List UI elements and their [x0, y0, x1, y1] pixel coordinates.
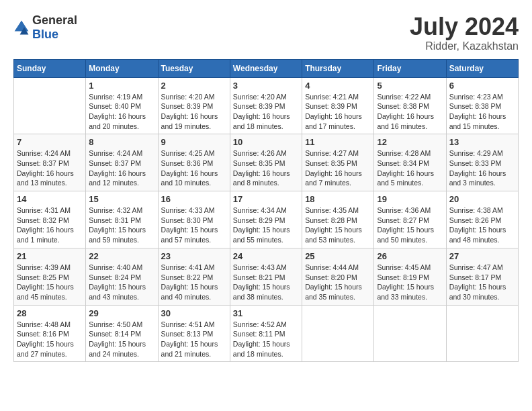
cell-text: Sunrise: 4:29 AMSunset: 8:33 PMDaylight:…	[449, 148, 515, 188]
calendar-cell: 21Sunrise: 4:39 AMSunset: 8:25 PMDayligh…	[14, 248, 86, 305]
cell-text: Sunrise: 4:21 AMSunset: 8:39 PMDaylight:…	[305, 92, 371, 132]
logo-general: General	[32, 13, 77, 27]
cell-text: Sunrise: 4:33 AMSunset: 8:30 PMDaylight:…	[161, 205, 227, 245]
day-number: 7	[17, 137, 83, 147]
calendar-cell: 30Sunrise: 4:51 AMSunset: 8:13 PMDayligh…	[158, 305, 230, 362]
calendar-cell: 5Sunrise: 4:22 AMSunset: 8:38 PMDaylight…	[374, 77, 446, 134]
day-number: 12	[377, 137, 443, 147]
cell-text: Sunrise: 4:44 AMSunset: 8:20 PMDaylight:…	[305, 263, 371, 302]
cell-text: Sunrise: 4:36 AMSunset: 8:27 PMDaylight:…	[377, 205, 443, 245]
calendar-cell: 4Sunrise: 4:21 AMSunset: 8:39 PMDaylight…	[302, 77, 374, 134]
calendar-cell: 10Sunrise: 4:26 AMSunset: 8:35 PMDayligh…	[230, 134, 302, 191]
calendar-cell: 22Sunrise: 4:40 AMSunset: 8:24 PMDayligh…	[86, 248, 158, 305]
cell-text: Sunrise: 4:48 AMSunset: 8:16 PMDaylight:…	[17, 320, 83, 359]
cell-text: Sunrise: 4:52 AMSunset: 8:11 PMDaylight:…	[233, 320, 299, 359]
weekday-header: Tuesday	[158, 59, 230, 77]
day-number: 4	[305, 81, 371, 91]
weekday-header: Sunday	[14, 59, 86, 77]
day-number: 14	[17, 194, 83, 204]
cell-text: Sunrise: 4:47 AMSunset: 8:17 PMDaylight:…	[449, 263, 515, 302]
calendar-cell	[302, 305, 374, 362]
day-number: 18	[305, 194, 371, 204]
calendar-cell: 12Sunrise: 4:28 AMSunset: 8:34 PMDayligh…	[374, 134, 446, 191]
calendar-cell: 25Sunrise: 4:44 AMSunset: 8:20 PMDayligh…	[302, 248, 374, 305]
cell-text: Sunrise: 4:38 AMSunset: 8:26 PMDaylight:…	[449, 205, 515, 245]
day-number: 13	[449, 137, 515, 147]
cell-text: Sunrise: 4:35 AMSunset: 8:28 PMDaylight:…	[305, 205, 371, 245]
logo-icon	[13, 19, 30, 36]
day-number: 20	[449, 194, 515, 204]
day-number: 25	[305, 251, 371, 261]
calendar-cell: 29Sunrise: 4:50 AMSunset: 8:14 PMDayligh…	[86, 305, 158, 362]
calendar-cell: 8Sunrise: 4:24 AMSunset: 8:37 PMDaylight…	[86, 134, 158, 191]
calendar-cell: 17Sunrise: 4:34 AMSunset: 8:29 PMDayligh…	[230, 191, 302, 248]
cell-text: Sunrise: 4:51 AMSunset: 8:13 PMDaylight:…	[161, 320, 227, 359]
calendar-table: SundayMondayTuesdayWednesdayThursdayFrid…	[13, 59, 519, 363]
cell-text: Sunrise: 4:25 AMSunset: 8:36 PMDaylight:…	[161, 148, 227, 188]
calendar-cell: 15Sunrise: 4:32 AMSunset: 8:31 PMDayligh…	[86, 191, 158, 248]
weekday-header: Thursday	[302, 59, 374, 77]
calendar-cell: 11Sunrise: 4:27 AMSunset: 8:35 PMDayligh…	[302, 134, 374, 191]
calendar-cell: 16Sunrise: 4:33 AMSunset: 8:30 PMDayligh…	[158, 191, 230, 248]
day-number: 22	[89, 251, 154, 261]
day-number: 24	[233, 251, 299, 261]
logo: General Blue	[13, 13, 77, 42]
day-number: 28	[17, 308, 83, 318]
weekday-header: Wednesday	[230, 59, 302, 77]
calendar-cell: 24Sunrise: 4:43 AMSunset: 8:21 PMDayligh…	[230, 248, 302, 305]
cell-text: Sunrise: 4:24 AMSunset: 8:37 PMDaylight:…	[17, 148, 83, 188]
day-number: 8	[89, 137, 154, 147]
day-number: 1	[89, 81, 154, 91]
day-number: 30	[161, 308, 227, 318]
day-number: 15	[89, 194, 154, 204]
cell-text: Sunrise: 4:50 AMSunset: 8:14 PMDaylight:…	[89, 320, 154, 359]
day-number: 16	[161, 194, 227, 204]
svg-marker-0	[15, 21, 29, 32]
day-number: 27	[449, 251, 515, 261]
day-number: 31	[233, 308, 299, 318]
calendar-cell: 1Sunrise: 4:19 AMSunset: 8:40 PMDaylight…	[86, 77, 158, 134]
calendar-cell	[374, 305, 446, 362]
cell-text: Sunrise: 4:19 AMSunset: 8:40 PMDaylight:…	[89, 92, 154, 132]
cell-text: Sunrise: 4:34 AMSunset: 8:29 PMDaylight:…	[233, 205, 299, 245]
day-number: 9	[161, 137, 227, 147]
cell-text: Sunrise: 4:40 AMSunset: 8:24 PMDaylight:…	[89, 263, 154, 302]
cell-text: Sunrise: 4:39 AMSunset: 8:25 PMDaylight:…	[17, 263, 83, 302]
weekday-header: Friday	[374, 59, 446, 77]
day-number: 19	[377, 194, 443, 204]
calendar-cell: 13Sunrise: 4:29 AMSunset: 8:33 PMDayligh…	[446, 134, 518, 191]
calendar-cell: 9Sunrise: 4:25 AMSunset: 8:36 PMDaylight…	[158, 134, 230, 191]
calendar-cell: 20Sunrise: 4:38 AMSunset: 8:26 PMDayligh…	[446, 191, 518, 248]
weekday-header: Monday	[86, 59, 158, 77]
calendar-cell: 19Sunrise: 4:36 AMSunset: 8:27 PMDayligh…	[374, 191, 446, 248]
day-number: 6	[449, 81, 515, 91]
day-number: 2	[161, 81, 227, 91]
day-number: 29	[89, 308, 154, 318]
calendar-cell: 23Sunrise: 4:41 AMSunset: 8:22 PMDayligh…	[158, 248, 230, 305]
cell-text: Sunrise: 4:43 AMSunset: 8:21 PMDaylight:…	[233, 263, 299, 302]
calendar-cell: 3Sunrise: 4:20 AMSunset: 8:39 PMDaylight…	[230, 77, 302, 134]
cell-text: Sunrise: 4:45 AMSunset: 8:19 PMDaylight:…	[377, 263, 443, 302]
calendar-cell: 31Sunrise: 4:52 AMSunset: 8:11 PMDayligh…	[230, 305, 302, 362]
logo-blue: Blue	[32, 28, 58, 41]
cell-text: Sunrise: 4:31 AMSunset: 8:32 PMDaylight:…	[17, 205, 83, 245]
calendar-cell: 26Sunrise: 4:45 AMSunset: 8:19 PMDayligh…	[374, 248, 446, 305]
cell-text: Sunrise: 4:22 AMSunset: 8:38 PMDaylight:…	[377, 92, 443, 132]
cell-text: Sunrise: 4:24 AMSunset: 8:37 PMDaylight:…	[89, 148, 154, 188]
cell-text: Sunrise: 4:20 AMSunset: 8:39 PMDaylight:…	[161, 92, 227, 132]
cell-text: Sunrise: 4:28 AMSunset: 8:34 PMDaylight:…	[377, 148, 443, 188]
calendar-cell: 2Sunrise: 4:20 AMSunset: 8:39 PMDaylight…	[158, 77, 230, 134]
cell-text: Sunrise: 4:27 AMSunset: 8:35 PMDaylight:…	[305, 148, 371, 188]
weekday-header: Saturday	[446, 59, 518, 77]
calendar-cell: 7Sunrise: 4:24 AMSunset: 8:37 PMDaylight…	[14, 134, 86, 191]
title-area: July 2024 Ridder, Kazakhstan	[410, 13, 519, 52]
day-number: 17	[233, 194, 299, 204]
cell-text: Sunrise: 4:32 AMSunset: 8:31 PMDaylight:…	[89, 205, 154, 245]
day-number: 5	[377, 81, 443, 91]
day-number: 11	[305, 137, 371, 147]
header: General Blue July 2024 Ridder, Kazakhsta…	[13, 13, 519, 52]
day-number: 26	[377, 251, 443, 261]
day-number: 21	[17, 251, 83, 261]
month-title: July 2024	[410, 13, 519, 40]
day-number: 10	[233, 137, 299, 147]
